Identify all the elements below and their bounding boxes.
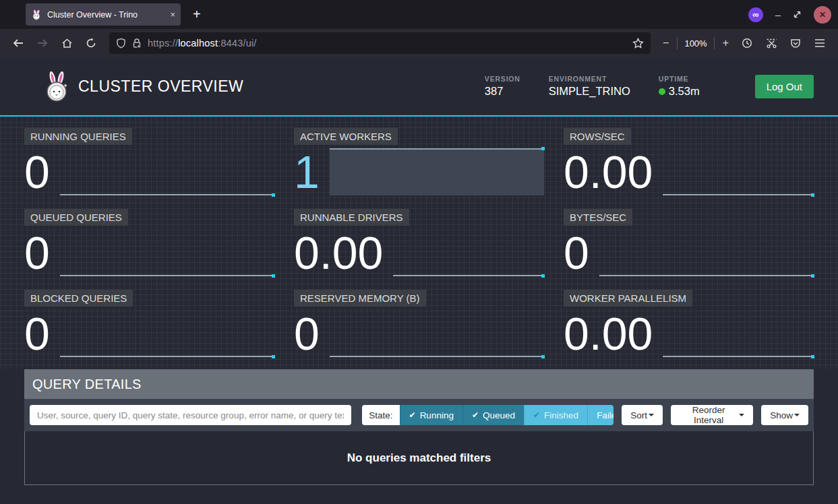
zoom-controls: − 100% + [659, 37, 733, 49]
new-tab-button[interactable]: + [193, 7, 201, 22]
window-minimize-button[interactable]: – [775, 9, 781, 20]
menu-hamburger-icon[interactable] [810, 33, 830, 53]
metric-sparkline [663, 309, 814, 357]
metric-label: RESERVED MEMORY (B) [294, 290, 426, 307]
metric-card: BYTES/SEC0 [564, 209, 814, 279]
metric-value: 0 [294, 310, 320, 357]
uptime-stat: UPTIME 3.53m [659, 75, 700, 98]
home-icon[interactable] [57, 33, 77, 53]
metric-label: RUNNABLE DRIVERS [294, 209, 409, 226]
metric-card: WORKER PARALLELISM0.00 [564, 290, 814, 360]
metric-sparkline [599, 228, 814, 276]
trino-bunny-logo [40, 69, 73, 103]
header-stats: VERSION 387 ENVIRONMENT SIMPLE_TRINO UPT… [485, 75, 814, 98]
zoom-in-button[interactable]: + [719, 37, 733, 49]
metric-sparkline [330, 309, 544, 357]
metric-sparkline [60, 147, 274, 195]
metrics-grid: RUNNING QUERIES0ACTIVE WORKERS1ROWS/SEC0… [0, 117, 838, 369]
metric-sparkline [393, 228, 544, 276]
metric-sparkline [330, 148, 544, 195]
browser-tab[interactable]: Cluster Overview - Trino × [26, 3, 181, 26]
query-search-input[interactable] [30, 405, 351, 425]
metric-card: ROWS/SEC0.00 [564, 128, 814, 198]
pocket-icon[interactable] [785, 33, 806, 53]
bookmark-star-icon[interactable] [632, 38, 644, 49]
metric-card: RUNNING QUERIES0 [24, 128, 274, 198]
metric-card: QUEUED QUERIES0 [24, 209, 274, 279]
forward-icon[interactable] [32, 33, 53, 53]
url-bar[interactable]: https://localhost:8443/ui/ [109, 32, 651, 54]
zoom-out-button[interactable]: − [659, 37, 673, 49]
metric-sparkline [60, 228, 274, 276]
sort-dropdown[interactable]: Sort [622, 405, 663, 425]
chevron-down-icon [739, 414, 744, 416]
cluster-header: CLUSTER OVERVIEW VERSION 387 ENVIRONMENT… [0, 57, 838, 117]
empty-results-message: No queries matched filters [347, 451, 491, 465]
metric-label: RUNNING QUERIES [24, 128, 132, 145]
metric-card: RUNNABLE DRIVERS0.00 [294, 209, 544, 279]
query-details-header: QUERY DETAILS [24, 369, 814, 399]
browser-titlebar: Cluster Overview - Trino × + ∞ – ✕ [0, 0, 838, 29]
check-icon: ✔ [533, 410, 540, 420]
query-filter-toolbar: State: ✔Running✔Queued✔FinishedFailed So… [24, 399, 814, 431]
private-browsing-icon[interactable]: ∞ [748, 7, 763, 22]
metric-value: 0.00 [564, 310, 653, 357]
uptime-status-dot [659, 88, 665, 95]
state-filter-running[interactable]: ✔Running [400, 405, 462, 425]
back-icon[interactable] [8, 33, 28, 53]
metric-card: BLOCKED QUERIES0 [24, 290, 274, 360]
check-icon: ✔ [409, 410, 416, 420]
screenshot-scissors-icon[interactable] [761, 33, 781, 53]
trino-favicon-icon [31, 9, 42, 20]
metric-label: BYTES/SEC [564, 209, 632, 226]
chevron-down-icon [794, 414, 800, 416]
metric-value: 1 [294, 148, 320, 195]
zoom-level[interactable]: 100% [682, 38, 709, 49]
logout-button[interactable]: Log Out [755, 75, 814, 98]
metric-label: BLOCKED QUERIES [24, 290, 133, 307]
metric-value: 0 [24, 148, 50, 195]
metric-value: 0.00 [564, 148, 653, 195]
version-stat: VERSION 387 [485, 75, 520, 98]
metric-label: ACTIVE WORKERS [294, 128, 398, 145]
tab-close-icon[interactable]: × [170, 9, 175, 20]
trino-page: CLUSTER OVERVIEW VERSION 387 ENVIRONMENT… [0, 57, 838, 504]
state-filter-finished[interactable]: ✔Finished [524, 405, 587, 425]
metric-label: QUEUED QUERIES [24, 209, 128, 226]
reorder-interval-dropdown[interactable]: Reorder Interval [671, 405, 753, 425]
metric-card: ACTIVE WORKERS1 [294, 128, 544, 198]
metric-value: 0.00 [294, 229, 383, 276]
metric-value: 0 [24, 310, 50, 357]
state-filter-failed[interactable]: Failed [587, 405, 613, 425]
metric-card: RESERVED MEMORY (B)0 [294, 290, 544, 360]
page-title: CLUSTER OVERVIEW [78, 77, 243, 96]
reload-icon[interactable] [81, 33, 101, 53]
metric-sparkline [663, 147, 814, 195]
metric-value: 0 [24, 229, 50, 276]
browser-navbar: https://localhost:8443/ui/ − 100% + [0, 29, 838, 57]
state-filter-queued[interactable]: ✔Queued [462, 405, 524, 425]
show-dropdown[interactable]: Show [761, 405, 808, 425]
shield-icon[interactable] [116, 38, 126, 49]
query-results-area: No queries matched filters [24, 431, 814, 485]
environment-stat: ENVIRONMENT SIMPLE_TRINO [549, 75, 630, 98]
metric-sparkline [60, 309, 274, 357]
url-text[interactable]: https://localhost:8443/ui/ [148, 38, 257, 49]
state-filter-group: State: ✔Running✔Queued✔FinishedFailed [362, 405, 613, 425]
check-icon: ✔ [472, 410, 479, 420]
window-restore-button[interactable] [793, 10, 802, 19]
metric-value: 0 [564, 229, 589, 276]
lock-warning-icon[interactable] [131, 38, 142, 49]
window-close-button[interactable]: ✕ [814, 6, 831, 24]
metric-label: WORKER PARALLELISM [564, 290, 692, 307]
tab-title: Cluster Overview - Trino [47, 10, 164, 20]
metric-label: ROWS/SEC [564, 128, 631, 145]
chevron-down-icon [649, 414, 654, 416]
state-label: State: [362, 405, 399, 425]
history-clock-icon[interactable] [737, 33, 757, 53]
